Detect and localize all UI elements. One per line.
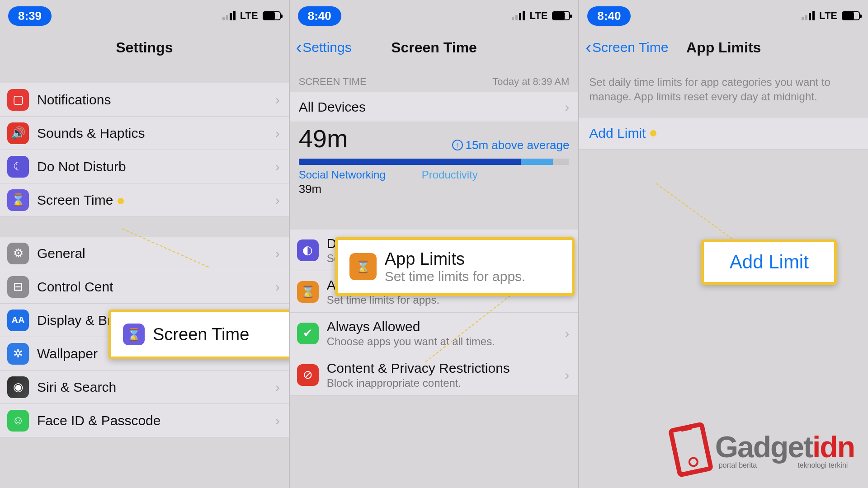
signal-icon [802,11,815,20]
battery-icon [263,11,281,20]
usage-above-average: ↑ 15m above average [452,138,570,152]
panel-screen-time: 8:40 LTE ‹ Settings Screen Time SCREEN T… [289,0,579,488]
status-bar: 8:40 LTE [579,0,868,32]
check-icon: ✔ [297,323,319,344]
back-button[interactable]: ‹ Settings [296,39,352,56]
row-screen-time[interactable]: ⌛Screen Time› [0,183,289,217]
page-description: Set daily time limits for app categories… [579,63,868,117]
chevron-left-icon: ‹ [585,39,591,56]
row-label: Siri & Search [37,380,116,395]
row-always-allowed[interactable]: ✔Always AllowedChoose apps you want at a… [290,313,579,354]
row-label: General [37,246,85,261]
highlight-dot [650,130,656,136]
watermark-sub: portal berita teknologi terkini [715,461,854,469]
face-icon: ☺ [7,410,29,432]
status-icons: LTE [512,10,570,22]
section-label: SCREEN TIME [299,76,367,88]
chevron-right-icon: › [275,246,280,261]
usage-summary: 49m ↑ 15m above average [290,122,579,156]
row-notifications[interactable]: ▢Notifications› [0,83,289,117]
signal-icon [222,11,236,20]
row-label: All Devices [299,99,366,115]
back-label: Screen Time [592,40,668,55]
usage-bar [299,159,570,165]
chevron-right-icon: › [275,380,280,395]
row-content-privacy-restrictions[interactable]: ⊘Content & Privacy RestrictionsBlock ina… [290,354,579,396]
callout-screen-time: ⌛ Screen Time [108,310,289,359]
row-add-limit[interactable]: Add Limit [579,117,868,150]
row-sub: Block inappropriate content. [327,377,510,389]
row-sounds-haptics[interactable]: 🔊Sounds & Haptics› [0,117,289,150]
section-header: SCREEN TIME Today at 8:39 AM [290,63,579,92]
row-label: Control Cent [37,279,113,295]
chevron-right-icon: › [275,126,280,141]
nav-header: Settings [0,32,289,63]
chevron-left-icon: ‹ [296,39,302,56]
up-arrow-icon: ↑ [452,140,463,150]
hourglass-icon: ⌛ [297,281,319,303]
status-time: 8:40 [298,6,341,26]
page-title: Settings [116,39,173,56]
status-time: 8:39 [8,6,52,26]
add-limit-label: Add Limit [589,126,646,141]
callout-label: Screen Time [153,325,249,344]
section-timestamp: Today at 8:39 AM [492,76,569,88]
chevron-right-icon: › [275,192,280,208]
callout-add-limit: Add Limit [701,239,837,285]
chevron-right-icon: › [275,159,280,174]
network-label: LTE [240,10,258,22]
cat-value: 39m [290,182,579,202]
callout-label: Add Limit [730,251,809,273]
status-icons: LTE [222,10,281,22]
watermark-text: Gadgetidn [715,430,854,464]
chevron-right-icon: › [565,326,569,341]
wm-sub2: teknologi terkini [797,461,848,469]
row-control-cent[interactable]: ⊟Control Cent› [0,270,289,304]
page-title: Screen Time [391,39,477,56]
notifications-icon: ▢ [7,89,29,111]
network-label: LTE [819,10,837,22]
row-siri-search[interactable]: ◉Siri & Search› [0,371,289,404]
row-label: Notifications [37,92,111,108]
status-bar: 8:39 LTE [0,0,289,32]
back-label: Settings [302,40,351,55]
signal-icon [512,11,525,20]
phone-icon [668,422,713,478]
row-general[interactable]: ⚙General› [0,237,289,270]
highlight-dot [118,198,124,204]
status-time: 8:40 [587,6,631,26]
switches-icon: ⊟ [7,276,29,298]
network-label: LTE [529,10,547,22]
row-face-id-passcode[interactable]: ☺Face ID & Passcode› [0,404,289,437]
chevron-right-icon: › [275,279,280,295]
category-labels: Social Networking Productivity [290,167,579,182]
battery-icon [552,11,570,20]
above-label: 15m above average [466,138,570,152]
gear-icon: ⚙ [7,243,29,264]
clock-icon: ◐ [297,239,319,261]
status-bar: 8:40 LTE [290,0,579,32]
wm-red: idn [812,430,854,464]
cat-productivity: Productivity [422,169,478,181]
row-label: Screen Time [37,192,124,208]
back-button[interactable]: ‹ Screen Time [585,39,668,56]
status-icons: LTE [802,10,860,22]
row-label: Display & Br [37,313,112,328]
row-label: Face ID & Passcode [37,413,160,428]
chevron-right-icon: › [275,413,280,428]
row-label: Do Not Disturb [37,159,126,174]
page-title: App Limits [686,39,761,56]
wm-grey: Gadget [715,430,812,464]
chevron-right-icon: › [275,92,280,108]
chevron-right-icon: › [565,99,569,115]
atom-icon: ✲ [7,343,29,365]
wm-sub1: portal berita [719,461,757,469]
row-sub: Choose apps you want at all times. [327,335,495,348]
siri-icon: ◉ [7,376,29,398]
cat-social: Social Networking [299,169,386,181]
hourglass-icon: ⌛ [349,253,377,280]
volume-icon: 🔊 [7,122,29,144]
row-do-not-disturb[interactable]: ☾Do Not Disturb› [0,150,289,183]
row-label: Wallpaper [37,346,98,361]
row-all-devices[interactable]: All Devices › [290,92,579,122]
